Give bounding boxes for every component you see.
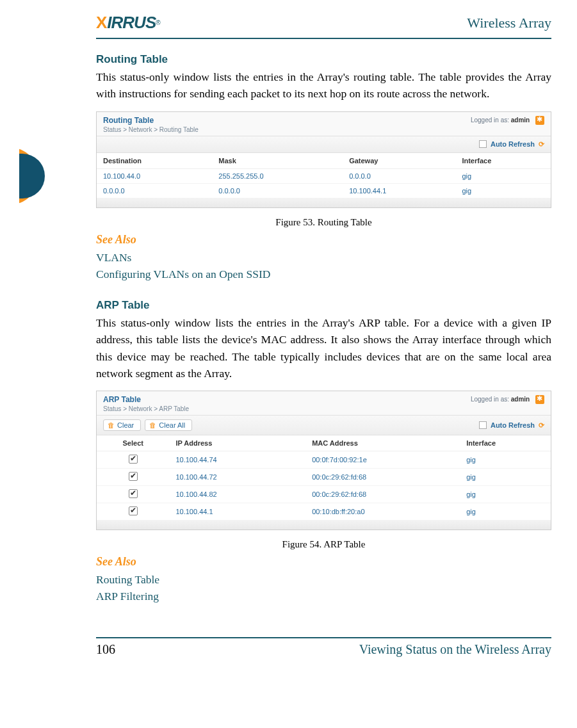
table-row: 10.100.44.72 00:0c:29:62:fd:68 gig (97, 469, 551, 486)
routing-table-screenshot: Routing Table Status > Network > Routing… (96, 111, 551, 208)
table-row: 10.100.44.82 00:0c:29:62:fd:68 gig (97, 486, 551, 503)
row-select-checkbox[interactable] (129, 472, 138, 481)
cell-ip: 10.100.44.74 (169, 451, 305, 469)
product-name: Wireless Array (467, 15, 551, 31)
table-row: 10.100.44.1 00:10:db:ff:20:a0 gig (97, 503, 551, 521)
link-arp-filtering[interactable]: ARP Filtering (96, 588, 551, 604)
col-ip: IP Address (169, 435, 305, 451)
page-number: 106 (96, 642, 115, 657)
col-interface: Interface (460, 435, 551, 451)
arp-data-table: Select IP Address MAC Address Interface … (97, 435, 551, 521)
cell-dest: 10.100.44.0 (97, 168, 212, 183)
arp-table-paragraph: This status-only window lists the entrie… (96, 314, 551, 382)
col-destination: Destination (97, 153, 212, 169)
cell-mac: 00:0c:29:62:fd:68 (305, 469, 460, 486)
routing-table-heading: Routing Table (96, 53, 551, 66)
link-vlans[interactable]: VLANs (96, 249, 551, 266)
refresh-icon[interactable]: ⟳ (539, 421, 544, 430)
table-row: 10.100.44.0 255.255.255.0 0.0.0.0 gig (97, 168, 551, 183)
figure-53-caption: Figure 53. Routing Table (96, 217, 551, 228)
routing-shot-breadcrumb: Status > Network > Routing Table (103, 126, 199, 133)
cell-gateway: 0.0.0.0 (343, 168, 455, 183)
routing-login-status: Logged in as: admin (471, 116, 544, 125)
arp-shot-breadcrumb: Status > Network > ARP Table (103, 405, 189, 412)
cell-ip: 10.100.44.82 (169, 486, 305, 503)
clear-label: Clear (117, 421, 134, 429)
auto-refresh-checkbox[interactable] (479, 421, 487, 429)
cell-interface: gig (460, 451, 551, 469)
auto-refresh-checkbox[interactable] (479, 140, 487, 148)
trash-icon: 🗑 (149, 421, 156, 429)
gear-icon[interactable] (535, 395, 544, 404)
chapter-title: Viewing Status on the Wireless Array (359, 642, 551, 657)
see-also-heading-1: See Also (96, 233, 551, 247)
cell-mac: 00:0c:29:62:fd:68 (305, 486, 460, 503)
cell-interface: gig (460, 503, 551, 521)
arp-shot-title: ARP Table (103, 395, 189, 404)
xirrus-logo: XIRRUS® (96, 13, 160, 33)
clear-button[interactable]: 🗑 Clear (103, 419, 141, 431)
cell-mac: 00:0f:7d:00:92:1e (305, 451, 460, 469)
clear-all-button[interactable]: 🗑 Clear All (145, 419, 192, 431)
link-routing-table[interactable]: Routing Table (96, 571, 551, 588)
table-row: 0.0.0.0 0.0.0.0 10.100.44.1 gig (97, 183, 551, 198)
cell-dest: 0.0.0.0 (97, 183, 212, 198)
cell-interface: gig (460, 469, 551, 486)
arp-login-status: Logged in as: admin (471, 395, 544, 404)
routing-shot-title: Routing Table (103, 116, 199, 125)
col-mask: Mask (212, 153, 343, 169)
see-also-heading-2: See Also (96, 555, 551, 569)
col-interface: Interface (455, 153, 551, 169)
table-row: 10.100.44.74 00:0f:7d:00:92:1e gig (97, 451, 551, 469)
page-header: XIRRUS® Wireless Array (96, 13, 551, 39)
cell-mac: 00:10:db:ff:20:a0 (305, 503, 460, 521)
col-select: Select (97, 435, 169, 451)
cell-mask: 255.255.255.0 (212, 168, 343, 183)
arp-table-heading: ARP Table (96, 299, 551, 312)
row-select-checkbox[interactable] (129, 506, 138, 515)
row-select-checkbox[interactable] (129, 455, 138, 464)
clear-all-label: Clear All (159, 421, 185, 429)
cell-ip: 10.100.44.1 (169, 503, 305, 521)
col-gateway: Gateway (343, 153, 455, 169)
auto-refresh-label[interactable]: Auto Refresh (491, 421, 535, 429)
routing-table-paragraph: This status-only window lists the entrie… (96, 69, 551, 102)
gear-icon[interactable] (535, 116, 544, 125)
page-footer: 106 Viewing Status on the Wireless Array (96, 637, 551, 657)
figure-54-caption: Figure 54. ARP Table (96, 539, 551, 550)
login-prefix: Logged in as: (471, 116, 511, 123)
link-config-vlans-open-ssid[interactable]: Configuring VLANs on an Open SSID (96, 266, 551, 282)
refresh-icon[interactable]: ⟳ (539, 140, 544, 149)
login-user: admin (511, 396, 530, 403)
col-mac: MAC Address (305, 435, 460, 451)
cell-interface: gig (455, 183, 551, 198)
page-side-tab (0, 147, 38, 205)
cell-gateway: 10.100.44.1 (343, 183, 455, 198)
login-user: admin (511, 116, 530, 123)
cell-interface: gig (460, 486, 551, 503)
routing-data-table: Destination Mask Gateway Interface 10.10… (97, 153, 551, 198)
cell-mask: 0.0.0.0 (212, 183, 343, 198)
trash-icon: 🗑 (108, 421, 115, 429)
row-select-checkbox[interactable] (129, 489, 138, 498)
arp-table-screenshot: ARP Table Status > Network > ARP Table L… (96, 391, 551, 530)
cell-ip: 10.100.44.72 (169, 469, 305, 486)
login-prefix: Logged in as: (471, 396, 511, 403)
auto-refresh-label[interactable]: Auto Refresh (491, 140, 535, 148)
cell-interface: gig (455, 168, 551, 183)
